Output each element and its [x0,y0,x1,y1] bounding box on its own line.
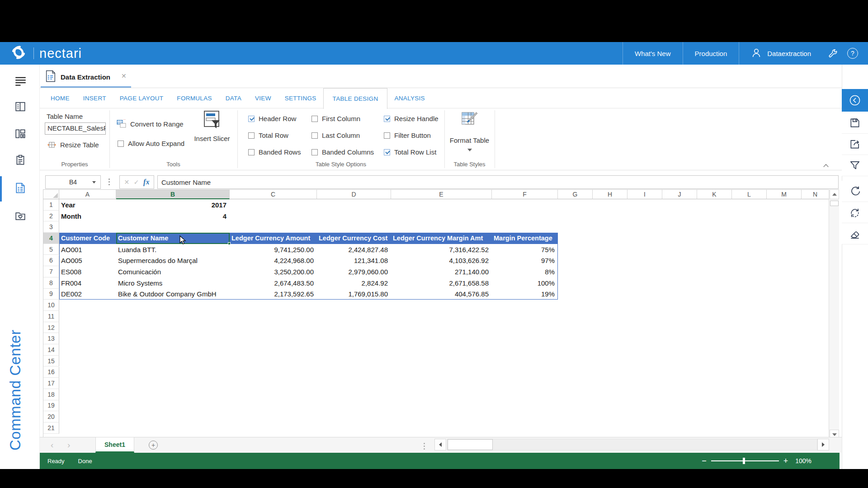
option-total-row[interactable]: Total Row [248,131,288,139]
table-cell-r7c1[interactable]: Comunicación [116,266,230,277]
horizontal-scrollbar[interactable] [447,439,817,450]
row-header-15[interactable]: 15 [43,356,59,367]
close-tab-icon[interactable]: ✕ [121,72,127,80]
table-cell-r6c0[interactable]: AO005 [59,255,116,267]
save-button[interactable] [842,113,868,134]
dashboard-icon[interactable] [14,127,27,140]
table-header-ledger-currency-margin-amt[interactable]: Ledger Currency Margin Amt [391,233,492,244]
sheet-tab-sheet1[interactable]: Sheet1 [95,437,134,453]
cell-b1[interactable]: 2017 [116,199,230,211]
user-menu[interactable]: Dataextraction [739,42,823,65]
table-cell-r9c5[interactable]: 19% [492,289,558,300]
ribbon-tab-insert[interactable]: INSERT [76,88,113,108]
filter-button[interactable] [842,155,868,176]
row-header-9[interactable]: 9 [43,289,59,300]
refresh-button[interactable] [842,181,868,202]
clipboard-icon[interactable] [14,154,27,166]
table-cell-r9c4[interactable]: 404,576.85 [391,289,492,300]
eraser-button[interactable] [842,223,868,244]
row-header-21[interactable]: 21 [43,422,59,434]
table-header-customer-code[interactable]: Customer Code [59,233,116,244]
menu-icon[interactable] [14,74,27,87]
insert-slicer-button[interactable] [203,109,222,130]
table-cell-r6c4[interactable]: 4,103,626.92 [391,255,492,267]
add-sheet-button[interactable]: + [149,441,158,450]
table-cell-r8c1[interactable]: Micro Systems [116,277,230,289]
spreadsheet-icon[interactable] [14,182,27,194]
convert-to-range-button[interactable]: Convert to Range [117,119,184,128]
column-header-k[interactable]: K [697,190,732,199]
cell-b2[interactable]: 4 [116,211,230,222]
ribbon-tab-formulas[interactable]: FORMULAS [170,88,218,108]
option-filter-button[interactable]: Filter Button [384,131,431,139]
table-cell-r7c5[interactable]: 8% [492,266,558,277]
ribbon-tab-analysis[interactable]: ANALYSIS [387,88,431,108]
whats-new-button[interactable]: What's New [623,42,683,65]
collapse-panel-button[interactable] [842,89,868,112]
option-banded-columns[interactable]: Banded Columns [311,148,374,156]
table-cell-r8c3[interactable]: 2,824.92 [317,277,391,289]
table-cell-r5c1[interactable]: Luanda BTT. [116,244,230,255]
ribbon-tab-view[interactable]: VIEW [248,88,278,108]
next-sheet-button[interactable]: › [67,437,70,453]
option-resize-handle[interactable]: Resize Handle [384,115,439,122]
table-cell-r5c3[interactable]: 2,424,827.48 [317,244,391,255]
table-cell-r8c0[interactable]: FR004 [59,277,116,289]
help-button[interactable]: ? [843,42,863,65]
scroll-up-icon[interactable] [830,189,839,199]
option-header-row[interactable]: Header Row [248,115,296,122]
table-header-margin-percentage[interactable]: Margin Percentage [492,233,558,244]
column-header-a[interactable]: A [59,190,116,199]
vertical-scroll-thumb[interactable] [830,201,839,206]
prev-sheet-button[interactable]: ‹ [51,437,53,453]
zoom-in-icon[interactable]: + [783,456,788,466]
table-cell-r7c0[interactable]: ES008 [59,266,116,277]
column-header-e[interactable]: E [391,190,492,199]
document-tab[interactable]: Data Extraction [41,66,131,88]
table-name-input[interactable]: NECTABLE_SalesRe [45,122,106,135]
ribbon-tab-table-design[interactable]: TABLE DESIGN [323,88,388,109]
share-button[interactable] [842,134,868,155]
row-header-1[interactable]: 1 [43,199,59,211]
table-cell-r8c5[interactable]: 100% [492,277,558,289]
row-header-12[interactable]: 12 [43,322,59,333]
confirm-icon[interactable]: ✓ [134,178,139,186]
row-header-4[interactable]: 4 [43,233,59,244]
scroll-left-icon[interactable] [434,439,446,450]
column-header-c[interactable]: C [230,190,317,199]
option-last-column[interactable]: Last Column [311,131,360,139]
table-cell-r7c4[interactable]: 271,140.00 [391,266,492,277]
row-header-19[interactable]: 19 [43,400,59,412]
row-header-11[interactable]: 11 [43,311,59,322]
table-cell-r7c3[interactable]: 2,979,060.00 [317,266,391,277]
table-cell-r6c5[interactable]: 97% [492,255,558,267]
column-header-f[interactable]: F [492,190,558,199]
ribbon-tab-settings[interactable]: SETTINGS [278,88,323,108]
option-first-column[interactable]: First Column [311,115,360,122]
horizontal-scroll-thumb[interactable] [448,439,493,450]
chevron-down-icon[interactable] [92,181,96,183]
zoom-slider-thumb[interactable] [743,458,745,464]
ribbon-tab-page-layout[interactable]: PAGE LAYOUT [113,88,170,108]
row-header-2[interactable]: 2 [43,211,59,222]
option-banded-rows[interactable]: Banded Rows [248,148,301,156]
resize-table-button[interactable]: Resize Table [47,141,99,149]
table-cell-r5c2[interactable]: 9,741,250.00 [230,244,317,255]
table-cell-r7c2[interactable]: 3,250,200.00 [230,266,317,277]
table-cell-r9c1[interactable]: Bike & Outdoor Company GmbH [116,289,230,300]
row-header-17[interactable]: 17 [43,378,59,389]
cancel-icon[interactable]: ✕ [124,178,130,186]
table-cell-r9c3[interactable]: 1,769,015.80 [317,289,391,300]
row-header-20[interactable]: 20 [43,411,59,422]
zoom-slider[interactable] [711,460,779,461]
name-box[interactable]: B4 [45,175,101,189]
column-header-b[interactable]: B [116,190,230,199]
dropdown-caret-icon[interactable] [467,149,472,151]
select-all-corner[interactable] [43,190,59,199]
column-header-m[interactable]: M [767,190,802,199]
column-header-h[interactable]: H [593,190,627,199]
production-button[interactable]: Production [683,42,739,65]
row-header-3[interactable]: 3 [43,221,59,233]
allow-auto-expand-checkbox[interactable]: Allow Auto Expand [118,140,184,147]
table-cell-r9c0[interactable]: DE002 [59,289,116,300]
